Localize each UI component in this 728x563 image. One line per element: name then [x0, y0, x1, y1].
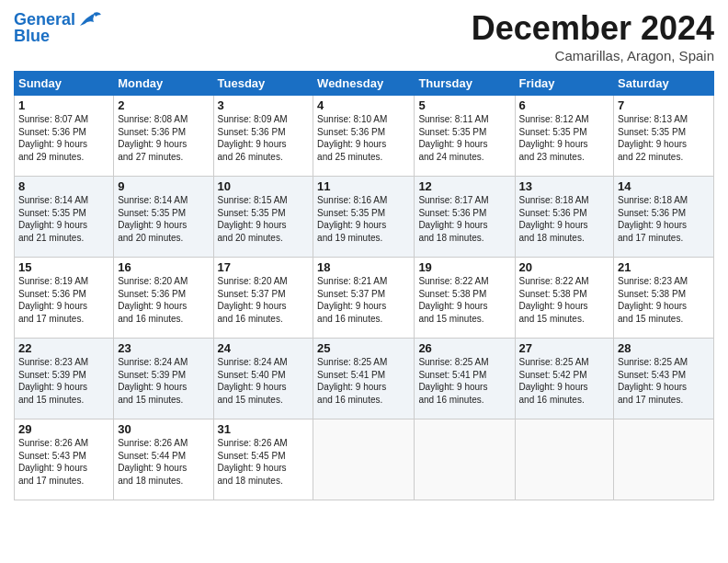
day-number: 20 [519, 260, 610, 274]
day-number: 12 [418, 179, 510, 193]
day-number: 4 [317, 98, 410, 112]
calendar-day-cell: 25Sunrise: 8:25 AM Sunset: 5:41 PM Dayli… [313, 339, 415, 419]
day-number: 18 [317, 260, 410, 274]
day-info: Sunrise: 8:13 AM Sunset: 5:35 PM Dayligh… [618, 113, 710, 163]
day-info: Sunrise: 8:24 AM Sunset: 5:39 PM Dayligh… [118, 356, 209, 406]
day-number: 17 [218, 260, 310, 274]
day-number: 23 [118, 341, 209, 355]
day-number: 15 [18, 260, 109, 274]
day-info: Sunrise: 8:11 AM Sunset: 5:35 PM Dayligh… [418, 113, 510, 163]
calendar-day-cell: 27Sunrise: 8:25 AM Sunset: 5:42 PM Dayli… [515, 339, 614, 419]
calendar-week-row: 29Sunrise: 8:26 AM Sunset: 5:43 PM Dayli… [15, 419, 714, 500]
calendar-day-cell: 2Sunrise: 8:08 AM Sunset: 5:36 PM Daylig… [114, 96, 213, 177]
calendar-day-cell: 3Sunrise: 8:09 AM Sunset: 5:36 PM Daylig… [213, 96, 313, 177]
calendar-day-cell [614, 419, 714, 500]
day-number: 6 [519, 98, 610, 112]
location: Camarillas, Aragon, Spain [472, 48, 714, 63]
calendar-day-cell: 20Sunrise: 8:22 AM Sunset: 5:38 PM Dayli… [515, 258, 614, 339]
day-info: Sunrise: 8:12 AM Sunset: 5:35 PM Dayligh… [519, 113, 610, 163]
calendar-day-cell: 12Sunrise: 8:17 AM Sunset: 5:36 PM Dayli… [415, 177, 515, 258]
month-title: December 2024 [472, 9, 714, 48]
day-number: 13 [519, 179, 610, 193]
day-number: 31 [218, 422, 310, 436]
day-info: Sunrise: 8:23 AM Sunset: 5:38 PM Dayligh… [618, 275, 710, 325]
day-number: 25 [317, 341, 410, 355]
day-info: Sunrise: 8:25 AM Sunset: 5:43 PM Dayligh… [618, 356, 710, 406]
calendar-day-cell: 28Sunrise: 8:25 AM Sunset: 5:43 PM Dayli… [614, 339, 714, 419]
day-number: 19 [418, 260, 510, 274]
calendar-day-cell: 24Sunrise: 8:24 AM Sunset: 5:40 PM Dayli… [213, 339, 313, 419]
calendar-day-cell: 22Sunrise: 8:23 AM Sunset: 5:39 PM Dayli… [15, 339, 114, 419]
day-number: 10 [218, 179, 310, 193]
day-info: Sunrise: 8:25 AM Sunset: 5:41 PM Dayligh… [317, 356, 410, 406]
calendar-day-cell: 16Sunrise: 8:20 AM Sunset: 5:36 PM Dayli… [114, 258, 213, 339]
day-number: 9 [118, 179, 209, 193]
day-number: 3 [218, 98, 310, 112]
calendar-day-cell: 30Sunrise: 8:26 AM Sunset: 5:44 PM Dayli… [114, 419, 213, 500]
day-number: 28 [618, 341, 710, 355]
calendar-day-cell: 29Sunrise: 8:26 AM Sunset: 5:43 PM Dayli… [15, 419, 114, 500]
calendar-week-row: 15Sunrise: 8:19 AM Sunset: 5:36 PM Dayli… [15, 258, 714, 339]
calendar-day-cell: 8Sunrise: 8:14 AM Sunset: 5:35 PM Daylig… [15, 177, 114, 258]
day-info: Sunrise: 8:21 AM Sunset: 5:37 PM Dayligh… [317, 275, 410, 325]
col-sunday: Sunday [15, 72, 114, 96]
calendar-day-cell: 21Sunrise: 8:23 AM Sunset: 5:38 PM Dayli… [614, 258, 714, 339]
day-info: Sunrise: 8:07 AM Sunset: 5:36 PM Dayligh… [18, 113, 109, 163]
day-info: Sunrise: 8:08 AM Sunset: 5:36 PM Dayligh… [118, 113, 209, 163]
day-number: 21 [618, 260, 710, 274]
day-number: 14 [618, 179, 710, 193]
page-container: General Blue December 2024 Camarillas, A… [0, 0, 728, 510]
day-number: 1 [18, 98, 109, 112]
day-number: 26 [418, 341, 510, 355]
calendar-table: Sunday Monday Tuesday Wednesday Thursday… [14, 71, 714, 500]
calendar-day-cell: 26Sunrise: 8:25 AM Sunset: 5:41 PM Dayli… [415, 339, 515, 419]
calendar-day-cell [415, 419, 515, 500]
calendar-day-cell: 19Sunrise: 8:22 AM Sunset: 5:38 PM Dayli… [415, 258, 515, 339]
day-info: Sunrise: 8:14 AM Sunset: 5:35 PM Dayligh… [18, 194, 109, 244]
day-number: 8 [18, 179, 109, 193]
calendar-day-cell: 13Sunrise: 8:18 AM Sunset: 5:36 PM Dayli… [515, 177, 614, 258]
day-info: Sunrise: 8:18 AM Sunset: 5:36 PM Dayligh… [618, 194, 710, 244]
col-saturday: Saturday [614, 72, 714, 96]
calendar-day-cell [515, 419, 614, 500]
day-info: Sunrise: 8:23 AM Sunset: 5:39 PM Dayligh… [18, 356, 109, 406]
day-info: Sunrise: 8:14 AM Sunset: 5:35 PM Dayligh… [118, 194, 209, 244]
calendar-week-row: 8Sunrise: 8:14 AM Sunset: 5:35 PM Daylig… [15, 177, 714, 258]
day-info: Sunrise: 8:19 AM Sunset: 5:36 PM Dayligh… [18, 275, 109, 325]
day-info: Sunrise: 8:20 AM Sunset: 5:37 PM Dayligh… [218, 275, 310, 325]
day-number: 27 [519, 341, 610, 355]
calendar-header-row: Sunday Monday Tuesday Wednesday Thursday… [15, 72, 714, 96]
logo-text-blue: Blue [14, 28, 50, 46]
calendar-day-cell: 5Sunrise: 8:11 AM Sunset: 5:35 PM Daylig… [415, 96, 515, 177]
day-number: 22 [18, 341, 109, 355]
title-block: December 2024 Camarillas, Aragon, Spain [472, 9, 714, 63]
logo: General Blue [14, 9, 103, 46]
day-info: Sunrise: 8:10 AM Sunset: 5:36 PM Dayligh… [317, 113, 410, 163]
day-info: Sunrise: 8:26 AM Sunset: 5:43 PM Dayligh… [18, 437, 109, 487]
calendar-day-cell: 23Sunrise: 8:24 AM Sunset: 5:39 PM Dayli… [114, 339, 213, 419]
calendar-day-cell: 31Sunrise: 8:26 AM Sunset: 5:45 PM Dayli… [213, 419, 313, 500]
day-number: 5 [418, 98, 510, 112]
logo-bird-icon [75, 9, 103, 31]
day-number: 30 [118, 422, 209, 436]
day-number: 29 [18, 422, 109, 436]
calendar-day-cell: 14Sunrise: 8:18 AM Sunset: 5:36 PM Dayli… [614, 177, 714, 258]
day-info: Sunrise: 8:09 AM Sunset: 5:36 PM Dayligh… [218, 113, 310, 163]
day-info: Sunrise: 8:17 AM Sunset: 5:36 PM Dayligh… [418, 194, 510, 244]
day-info: Sunrise: 8:25 AM Sunset: 5:41 PM Dayligh… [418, 356, 510, 406]
day-number: 24 [218, 341, 310, 355]
calendar-day-cell: 18Sunrise: 8:21 AM Sunset: 5:37 PM Dayli… [313, 258, 415, 339]
calendar-week-row: 22Sunrise: 8:23 AM Sunset: 5:39 PM Dayli… [15, 339, 714, 419]
day-number: 16 [118, 260, 209, 274]
day-number: 2 [118, 98, 209, 112]
day-info: Sunrise: 8:26 AM Sunset: 5:44 PM Dayligh… [118, 437, 209, 487]
calendar-day-cell: 1Sunrise: 8:07 AM Sunset: 5:36 PM Daylig… [15, 96, 114, 177]
calendar-day-cell: 17Sunrise: 8:20 AM Sunset: 5:37 PM Dayli… [213, 258, 313, 339]
col-tuesday: Tuesday [213, 72, 313, 96]
calendar-day-cell [313, 419, 415, 500]
col-monday: Monday [114, 72, 213, 96]
col-thursday: Thursday [415, 72, 515, 96]
day-info: Sunrise: 8:24 AM Sunset: 5:40 PM Dayligh… [218, 356, 310, 406]
calendar-day-cell: 4Sunrise: 8:10 AM Sunset: 5:36 PM Daylig… [313, 96, 415, 177]
calendar-week-row: 1Sunrise: 8:07 AM Sunset: 5:36 PM Daylig… [15, 96, 714, 177]
